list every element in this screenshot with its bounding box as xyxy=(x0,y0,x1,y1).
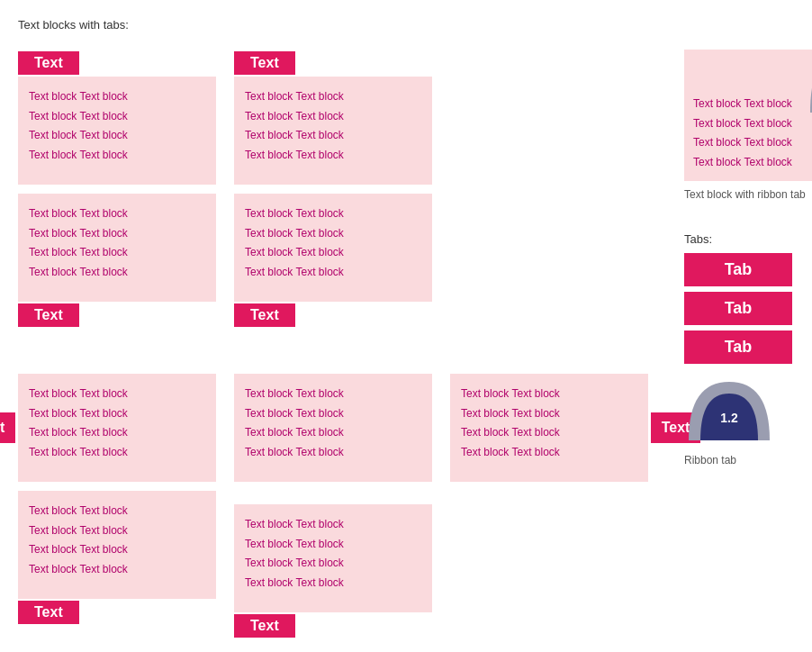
text-block-right-tab: Text Text block Text blockText block Tex… xyxy=(450,374,648,482)
block-body-3: Text block Text blockText block Text blo… xyxy=(18,194,216,302)
block-content-2: Text block Text blockText block Text blo… xyxy=(245,87,421,165)
tab-item-1[interactable]: Tab xyxy=(684,253,792,286)
block-body-m3a: Text block Text blockText block Text blo… xyxy=(234,374,432,482)
page-title: Text blocks with tabs: xyxy=(18,18,794,32)
tab-item-2[interactable]: Tab xyxy=(684,292,792,325)
block-body-lt: Text block Text blockText block Text blo… xyxy=(18,374,216,482)
tab-bottom-4: Text xyxy=(234,303,295,327)
ribbon-block-content: Text block Text blockText block Text blo… xyxy=(693,95,812,172)
block-content-3b2: Text block Text blockText block Text blo… xyxy=(245,515,421,593)
text-block-3: Text block Text blockText block Text blo… xyxy=(18,194,216,302)
block-body-3b2: Text block Text blockText block Text blo… xyxy=(234,504,432,612)
block-body-2: Text block Text blockText block Text blo… xyxy=(234,77,432,185)
ribbon-standalone: 1.2 xyxy=(684,377,774,449)
ribbon-standalone-caption: Ribbon tab xyxy=(684,454,812,466)
svg-text:1.2: 1.2 xyxy=(720,411,738,425)
ribbon-block-container: 1.1 Text block Text blockText block Text… xyxy=(684,50,812,201)
block-content-4: Text block Text blockText block Text blo… xyxy=(245,204,421,282)
text-block-3b-1: Text block Text blockText block Text blo… xyxy=(18,491,216,599)
text-block-left-tab: Text Text block Text blockText block Tex… xyxy=(18,374,216,482)
block-body-1: Text block Text blockText block Text blo… xyxy=(18,77,216,185)
tab-bottom-3b1: Text xyxy=(18,601,79,624)
tabs-section-label: Tabs: xyxy=(684,232,812,246)
text-block-middle-3a: Text block Text blockText block Text blo… xyxy=(234,374,432,482)
block-content-1: Text block Text blockText block Text blo… xyxy=(29,87,205,165)
block-body-3b1: Text block Text blockText block Text blo… xyxy=(18,491,216,599)
tab-bottom-3b2: Text xyxy=(234,614,295,638)
ribbon-block-caption: Text block with ribbon tab xyxy=(684,188,812,201)
block-body-rt: Text block Text blockText block Text blo… xyxy=(450,374,648,482)
ribbon-tab-svg: 1.1 xyxy=(806,50,812,117)
block-content-rt: Text block Text blockText block Text blo… xyxy=(461,385,637,462)
tab-top-2: Text xyxy=(234,51,295,75)
tab-bottom-3: Text xyxy=(18,303,79,327)
tab-top-1: Text xyxy=(18,51,79,75)
tab-item-3[interactable]: Tab xyxy=(684,331,792,364)
tab-left-1: Text xyxy=(0,412,15,443)
ribbon-block-body: Text block Text blockText block Text blo… xyxy=(684,50,812,181)
text-block-4: Text block Text blockText block Text blo… xyxy=(234,194,432,302)
block-content-m3a: Text block Text blockText block Text blo… xyxy=(245,385,421,462)
block-content-lt: Text block Text blockText block Text blo… xyxy=(29,385,205,462)
text-block-2: Text Text block Text blockText block Tex… xyxy=(234,77,432,185)
text-block-1: Text Text block Text blockText block Tex… xyxy=(18,77,216,185)
text-block-3b-2: Text block Text blockText block Text blo… xyxy=(234,504,432,612)
block-body-4: Text block Text blockText block Text blo… xyxy=(234,194,432,302)
ribbon-standalone-svg: 1.2 xyxy=(684,377,774,445)
block-content-3: Text block Text blockText block Text blo… xyxy=(29,204,205,282)
block-content-3b1: Text block Text blockText block Text blo… xyxy=(29,502,205,579)
